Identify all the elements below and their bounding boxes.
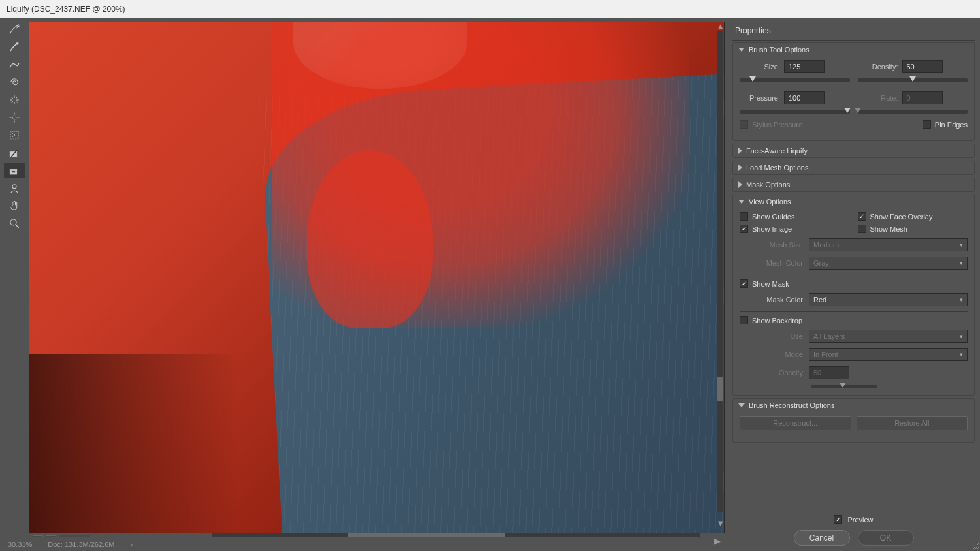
show-mesh-label[interactable]: Show Mesh [870, 225, 907, 233]
size-input[interactable] [784, 60, 825, 73]
scroll-right-icon[interactable]: ▶ [714, 536, 721, 546]
push-left-tool[interactable] [4, 127, 25, 143]
density-input[interactable] [902, 60, 943, 73]
rate-label: Rate: [858, 94, 898, 102]
status-doc: Doc: 131.3M/262.6M [48, 541, 114, 548]
rate-input [902, 91, 943, 104]
pressure-slider[interactable] [740, 110, 850, 114]
stylus-pressure-label: Stylus Pressure [752, 121, 802, 129]
slider-thumb-icon [844, 108, 851, 113]
section-header-face-aware[interactable]: Face-Aware Liquify [733, 144, 974, 157]
chevron-right-icon [738, 181, 742, 188]
resize-grip-icon[interactable] [972, 543, 979, 550]
properties-panel: Properties Brush Tool Options Size: Dens… [727, 18, 980, 551]
show-backdrop-checkbox[interactable] [740, 316, 748, 324]
twirl-tool[interactable] [4, 74, 25, 90]
svg-rect-5 [12, 171, 16, 173]
section-brush-tool-options: Brush Tool Options Size: Density: Pressu… [732, 42, 975, 141]
show-mask-label[interactable]: Show Mask [752, 280, 789, 288]
svg-point-7 [10, 219, 16, 225]
svg-point-6 [12, 185, 16, 189]
show-guides-checkbox[interactable] [740, 212, 748, 221]
section-face-aware: Face-Aware Liquify [732, 144, 975, 158]
panel-title: Properties [732, 22, 975, 39]
show-guides-label[interactable]: Show Guides [752, 213, 794, 221]
mode-select: In Front▾ [809, 348, 968, 361]
section-view-options: View Options Show Guides ✓Show Face Over… [732, 195, 975, 396]
show-image-checkbox[interactable]: ✓ [740, 225, 748, 233]
chevron-down-icon [738, 403, 745, 407]
show-mesh-checkbox[interactable] [858, 225, 866, 233]
toolbar [0, 18, 29, 551]
mesh-color-select: Gray▾ [809, 257, 968, 270]
workspace: ▲ ▼ − + 200%▾ ◀ ▶ Properties Brush Tool … [0, 18, 980, 551]
opacity-slider [811, 385, 877, 388]
show-face-overlay-checkbox[interactable]: ✓ [858, 212, 866, 221]
section-load-mesh: Load Mesh Options [732, 161, 975, 175]
mesh-size-select: Medium▾ [809, 238, 968, 251]
density-slider[interactable] [858, 78, 968, 82]
section-mask-options: Mask Options [732, 178, 975, 192]
status-arrow-icon[interactable]: › [130, 541, 133, 548]
section-brush-reconstruct: Brush Reconstruct Options Reconstruct...… [732, 398, 975, 443]
section-header-brush-reconstruct[interactable]: Brush Reconstruct Options [733, 399, 974, 412]
section-header-view-options[interactable]: View Options [733, 195, 974, 208]
restore-all-button[interactable]: Restore All [857, 416, 968, 430]
section-header-mask-options[interactable]: Mask Options [733, 178, 974, 191]
hand-tool[interactable] [4, 198, 25, 213]
bloat-tool[interactable] [4, 110, 25, 125]
forward-warp-tool[interactable] [4, 22, 25, 37]
mesh-size-label: Mesh Size: [740, 241, 805, 249]
status-percent: 30.31% [8, 541, 32, 548]
mesh-color-label: Mesh Color: [740, 259, 805, 267]
show-image-label[interactable]: Show Image [752, 225, 792, 233]
cancel-button[interactable]: Cancel [794, 530, 850, 546]
opacity-input [809, 366, 849, 379]
stylus-pressure-checkbox [740, 120, 748, 129]
rate-slider [858, 110, 968, 114]
mask-color-label: Mask Color: [740, 296, 805, 304]
mask-color-select[interactable]: Red▾ [809, 293, 968, 306]
status-bar: 30.31% Doc: 131.3M/262.6M › [0, 537, 699, 551]
chevron-down-icon [738, 200, 745, 204]
preview-label[interactable]: Preview [847, 516, 873, 524]
use-select: All Layers▾ [809, 330, 968, 343]
smooth-tool[interactable] [4, 57, 25, 72]
opacity-label: Opacity: [740, 369, 805, 377]
chevron-down-icon [738, 48, 745, 52]
show-face-overlay-label[interactable]: Show Face Overlay [870, 213, 933, 221]
reconstruct-button[interactable]: Reconstruct... [740, 416, 851, 430]
slider-thumb-icon [909, 76, 916, 82]
canvas-area: ▲ ▼ − + 200%▾ ◀ ▶ [29, 18, 727, 551]
pin-edges-label[interactable]: Pin Edges [935, 121, 968, 129]
face-tool[interactable] [4, 180, 25, 196]
show-backdrop-label[interactable]: Show Backdrop [752, 317, 802, 324]
mode-label: Mode: [740, 351, 805, 358]
slider-thumb-icon [749, 76, 756, 82]
size-slider[interactable] [740, 78, 850, 82]
svg-point-1 [12, 116, 16, 119]
section-header-load-mesh[interactable]: Load Mesh Options [733, 161, 974, 174]
ok-button[interactable]: OK [858, 530, 914, 546]
freeze-mask-tool[interactable] [4, 145, 25, 161]
scroll-up-icon[interactable]: ▲ [716, 22, 725, 31]
chevron-right-icon [738, 148, 742, 154]
pucker-tool[interactable] [4, 92, 25, 108]
titlebar: Liquify (DSC_2437.NEF @ 200%) [0, 0, 980, 18]
pin-edges-checkbox[interactable] [923, 120, 931, 129]
pressure-label: Pressure: [740, 94, 780, 102]
svg-point-0 [16, 42, 18, 44]
scroll-down-icon[interactable]: ▼ [716, 518, 725, 528]
reconstruct-tool[interactable] [4, 39, 25, 55]
vertical-scrollbar[interactable] [717, 31, 723, 512]
density-label: Density: [858, 63, 898, 71]
section-header-brush-tool[interactable]: Brush Tool Options [733, 43, 974, 56]
use-label: Use: [740, 332, 805, 340]
size-label: Size: [740, 63, 780, 71]
thaw-mask-tool[interactable] [4, 163, 25, 178]
show-mask-checkbox[interactable]: ✓ [740, 279, 748, 288]
pressure-input[interactable] [784, 91, 825, 104]
canvas[interactable] [29, 22, 725, 533]
preview-checkbox[interactable]: ✓ [834, 515, 842, 524]
zoom-tool[interactable] [4, 215, 25, 231]
